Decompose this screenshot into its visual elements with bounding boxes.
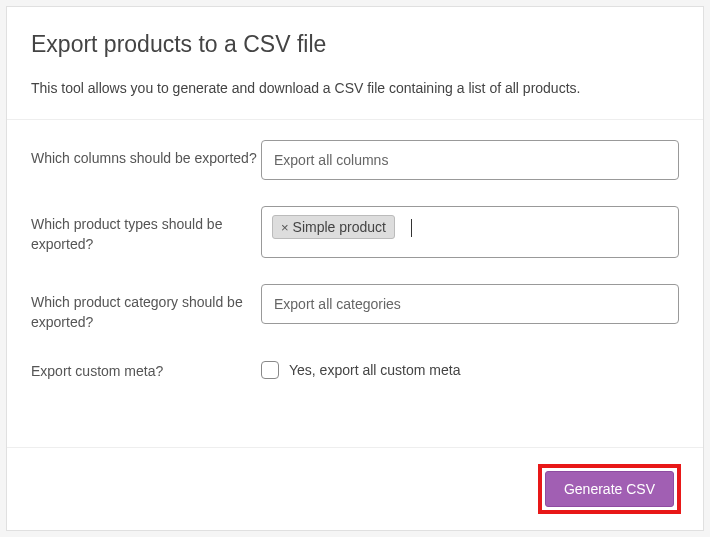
row-custom-meta: Export custom meta? Yes, export all cust… bbox=[31, 359, 679, 381]
label-categories: Which product category should be exporte… bbox=[31, 284, 261, 333]
row-categories: Which product category should be exporte… bbox=[31, 284, 679, 333]
tag-label: Simple product bbox=[293, 219, 386, 235]
control-product-types: × Simple product bbox=[261, 206, 679, 258]
columns-placeholder: Export all columns bbox=[274, 152, 388, 168]
label-columns: Which columns should be exported? bbox=[31, 140, 261, 168]
custom-meta-checkbox-label: Yes, export all custom meta bbox=[289, 362, 460, 378]
close-icon[interactable]: × bbox=[281, 220, 289, 235]
panel-header: Export products to a CSV file This tool … bbox=[7, 7, 703, 120]
categories-placeholder: Export all categories bbox=[274, 296, 401, 312]
control-columns: Export all columns bbox=[261, 140, 679, 180]
product-types-select[interactable]: × Simple product bbox=[261, 206, 679, 258]
panel-footer: Generate CSV bbox=[7, 447, 703, 530]
custom-meta-checkbox-row: Yes, export all custom meta bbox=[261, 359, 679, 379]
export-panel: Export products to a CSV file This tool … bbox=[6, 6, 704, 531]
text-cursor bbox=[411, 219, 412, 237]
generate-csv-button[interactable]: Generate CSV bbox=[545, 471, 674, 507]
generate-button-highlight: Generate CSV bbox=[538, 464, 681, 514]
columns-select[interactable]: Export all columns bbox=[261, 140, 679, 180]
row-product-types: Which product types should be exported? … bbox=[31, 206, 679, 258]
categories-select[interactable]: Export all categories bbox=[261, 284, 679, 324]
label-product-types: Which product types should be exported? bbox=[31, 206, 261, 255]
product-type-tag[interactable]: × Simple product bbox=[272, 215, 395, 239]
custom-meta-checkbox[interactable] bbox=[261, 361, 279, 379]
control-categories: Export all categories bbox=[261, 284, 679, 324]
control-custom-meta: Yes, export all custom meta bbox=[261, 359, 679, 379]
label-custom-meta: Export custom meta? bbox=[31, 359, 261, 381]
page-title: Export products to a CSV file bbox=[31, 31, 679, 58]
row-columns: Which columns should be exported? Export… bbox=[31, 140, 679, 180]
page-description: This tool allows you to generate and dow… bbox=[31, 78, 679, 99]
form-body: Which columns should be exported? Export… bbox=[7, 120, 703, 447]
